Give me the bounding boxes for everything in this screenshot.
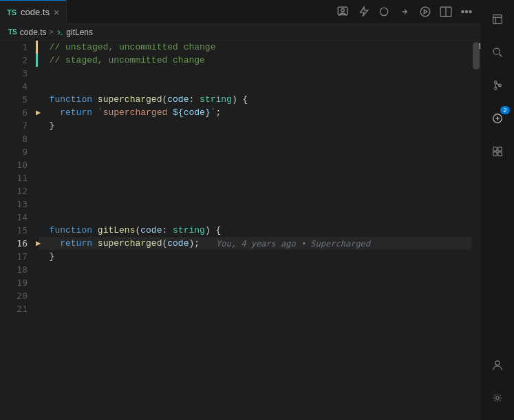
code-line-10 xyxy=(39,158,471,171)
activity-icon-explorer[interactable] xyxy=(481,3,514,36)
activity-icon-source-control[interactable] xyxy=(481,69,514,102)
tab-lang: TS xyxy=(7,8,17,17)
code-line-21 xyxy=(39,302,471,315)
active-tab[interactable]: TS code.ts × xyxy=(0,0,67,24)
code-line-15: function gitLens(code: string) { xyxy=(39,224,471,237)
tab-close-button[interactable]: × xyxy=(54,7,59,18)
code-line-18 xyxy=(39,263,471,276)
breadcrumb-separator: > xyxy=(49,28,53,36)
svg-point-8 xyxy=(469,11,471,13)
tab-bar: TS code.ts × xyxy=(0,0,481,24)
svg-point-23 xyxy=(496,397,500,400)
breadcrumb-symbol[interactable]: gitLens xyxy=(56,28,93,37)
line-20: 20 xyxy=(0,289,36,302)
breadcrumb: TS code.ts > gitLens xyxy=(0,24,481,41)
svg-rect-18 xyxy=(493,147,497,151)
svg-point-2 xyxy=(380,8,387,15)
code-area: // unstaged, uncommitted change // stage… xyxy=(36,41,471,420)
code-line-20 xyxy=(39,289,471,302)
line-2: 2 xyxy=(0,54,36,67)
activity-bar-bottom xyxy=(481,348,514,414)
tab-actions xyxy=(334,3,481,21)
code-line-6: ▶ return `supercharged ${code}`; xyxy=(39,106,471,119)
code-line-1: // unstaged, uncommitted change xyxy=(39,41,471,54)
line-9: 9 xyxy=(0,145,36,158)
line-6: 6 xyxy=(0,106,36,119)
line-12: 12 xyxy=(0,185,36,198)
code-line-13 xyxy=(39,198,471,211)
line-10: 10 xyxy=(0,158,36,171)
gitlens-icon-button[interactable] xyxy=(354,3,372,21)
code-line-7: } xyxy=(39,119,471,132)
line-16: 16 xyxy=(0,237,36,250)
minimap-scrollbar[interactable] xyxy=(471,41,481,420)
line-7: 7 xyxy=(0,119,36,132)
svg-line-13 xyxy=(499,54,502,56)
svg-point-15 xyxy=(495,87,497,90)
portrait-icon-button[interactable] xyxy=(334,3,352,21)
activity-icon-search[interactable] xyxy=(481,36,514,69)
navigate-forward-button[interactable] xyxy=(396,3,414,21)
line-19: 19 xyxy=(0,276,36,289)
breadcrumb-lang: TS xyxy=(8,28,17,36)
svg-point-6 xyxy=(462,11,464,13)
svg-point-1 xyxy=(341,9,345,12)
toggle-icon-button[interactable] xyxy=(375,3,393,21)
tab-filename: code.ts xyxy=(21,7,50,17)
code-line-9 xyxy=(39,145,471,158)
line-17: 17 xyxy=(0,250,36,263)
activity-icon-extensions[interactable] xyxy=(481,135,514,168)
svg-rect-20 xyxy=(493,152,497,156)
svg-point-14 xyxy=(495,81,497,84)
code-line-5: function supercharged(code: string) { xyxy=(39,93,471,106)
line-3: 3 xyxy=(0,67,36,80)
split-editor-button[interactable] xyxy=(437,3,455,21)
code-line-16: ▶ return supercharged(code); You, 4 year… xyxy=(39,237,471,250)
activity-icon-gitlens[interactable]: 2 xyxy=(481,102,514,135)
scrollbar-thumb[interactable] xyxy=(473,42,480,70)
line-4: 4 xyxy=(0,80,36,93)
line-14: 14 xyxy=(0,211,36,224)
svg-point-3 xyxy=(420,7,430,17)
code-line-8 xyxy=(39,132,471,145)
code-line-19 xyxy=(39,276,471,289)
svg-point-7 xyxy=(466,11,468,13)
editor: 1 2 3 4 5 6 7 8 9 10 11 12 13 14 15 16 1… xyxy=(0,41,481,420)
svg-point-12 xyxy=(493,48,500,54)
line-15: 15 xyxy=(0,224,36,237)
code-line-3 xyxy=(39,67,471,80)
gitlens-badge: 2 xyxy=(500,106,510,114)
run-icon-button[interactable] xyxy=(416,3,434,21)
activity-bar: 2 xyxy=(481,0,514,420)
svg-rect-21 xyxy=(498,152,502,156)
code-line-4 xyxy=(39,80,471,93)
line-1: 1 xyxy=(0,41,36,54)
activity-icon-settings[interactable] xyxy=(481,381,514,414)
svg-rect-9 xyxy=(493,15,502,24)
code-line-2: // staged, uncommitted change xyxy=(39,54,471,67)
breadcrumb-file[interactable]: code.ts xyxy=(20,28,47,37)
line-8: 8 xyxy=(0,132,36,145)
code-line-11 xyxy=(39,171,471,185)
code-line-12 xyxy=(39,185,471,198)
line-11: 11 xyxy=(0,171,36,185)
svg-rect-19 xyxy=(498,147,502,151)
line-13: 13 xyxy=(0,198,36,211)
line-18: 18 xyxy=(0,263,36,276)
more-actions-button[interactable] xyxy=(458,3,475,21)
line-21: 21 xyxy=(0,302,36,315)
activity-icon-account[interactable] xyxy=(481,348,514,381)
blame-annotation: You, 4 years ago • Supercharged xyxy=(216,239,370,249)
svg-point-22 xyxy=(495,361,500,365)
code-line-17: } xyxy=(39,250,471,263)
line-5: 5 xyxy=(0,93,36,106)
line-number-gutter: 1 2 3 4 5 6 7 8 9 10 11 12 13 14 15 16 1… xyxy=(0,41,36,420)
code-line-14 xyxy=(39,211,471,224)
